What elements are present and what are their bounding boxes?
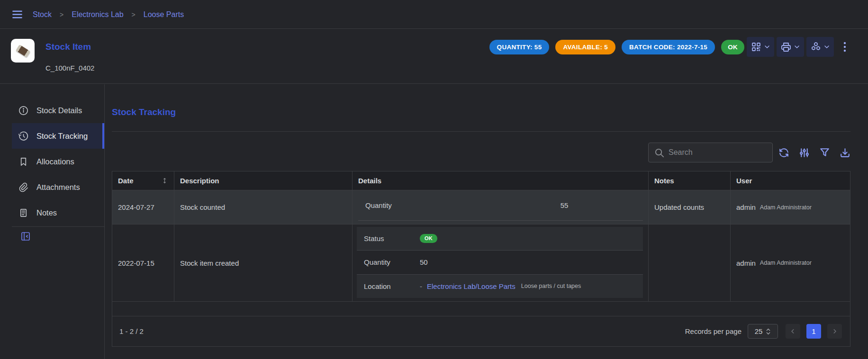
detail-value: 55: [548, 201, 581, 209]
table-empty-space: [112, 302, 850, 316]
cell-description: Stock item created: [174, 224, 353, 301]
table-row: 2022-07-15 Stock item created Status OK …: [112, 224, 850, 302]
chevron-left-icon: [789, 328, 796, 335]
chevron-down-icon: [793, 43, 801, 51]
notes-icon: [18, 207, 29, 218]
overflow-menu-button[interactable]: [841, 41, 849, 53]
pagination-next-button[interactable]: [827, 324, 842, 339]
column-header-description: Description: [174, 171, 353, 190]
breadcrumb-link-electronics-lab[interactable]: Electronics Lab: [72, 10, 123, 19]
panel-collapse-icon: [20, 231, 31, 242]
username: admin: [736, 203, 756, 211]
table-footer: 1 - 2 / 2 Records per page 25 1: [112, 316, 850, 346]
table-row: 2024-07-27 Stock counted Quantity 55 Upd…: [112, 190, 850, 224]
breadcrumb-separator: >: [60, 11, 63, 18]
column-header-date[interactable]: Date: [112, 171, 174, 190]
cell-notes: [649, 224, 731, 301]
cell-description: Stock counted: [174, 190, 353, 224]
username: admin: [736, 259, 756, 267]
cell-details: Quantity 55: [353, 190, 649, 224]
location-description: Loose parts / cut tapes: [521, 283, 581, 289]
sidebar-item-attachments[interactable]: Attachments: [12, 174, 104, 200]
stock-tracking-table: Date Description Details Notes User 2024…: [112, 171, 850, 347]
chevron-right-icon: [831, 328, 838, 335]
barcode-actions-button[interactable]: [747, 37, 774, 57]
detail-row-location: Location - Electronics Lab/Loose Parts L…: [357, 275, 643, 298]
capacitor-image: [16, 44, 30, 57]
column-header-user: User: [731, 171, 850, 190]
column-header-details: Details: [353, 171, 649, 190]
top-navigation-bar: Stock > Electronics Lab > Loose Parts: [0, 0, 868, 29]
pagination-page-1-button[interactable]: 1: [806, 324, 821, 339]
sidebar-item-allocations[interactable]: Allocations: [12, 149, 104, 174]
column-header-notes: Notes: [649, 171, 731, 190]
table-header-row: Date Description Details Notes User: [112, 171, 850, 190]
records-per-page-label: Records per page: [685, 327, 741, 335]
table-search: [648, 143, 773, 162]
pagination-previous-button[interactable]: [786, 324, 800, 339]
panel-heading: Stock Tracking: [112, 107, 176, 117]
stock-item-name: C_100nF_0402: [45, 64, 94, 72]
records-per-page-select[interactable]: 25: [748, 324, 778, 339]
filter-icon[interactable]: [819, 147, 831, 159]
breadcrumb-separator: >: [132, 11, 136, 18]
refresh-icon[interactable]: [778, 147, 790, 159]
cell-date: 2022-07-15: [112, 224, 174, 301]
page-title: Stock Item: [45, 42, 91, 52]
cell-user: admin Adam Administrator: [731, 190, 850, 224]
sidebar-item-label: Stock Details: [36, 106, 82, 115]
status-ok-badge: OK: [721, 40, 744, 54]
page-header: Stock Item C_100nF_0402 QUANTITY: 55 AVA…: [0, 29, 868, 84]
detail-value: 50: [420, 258, 428, 266]
stock-item-thumbnail[interactable]: [11, 39, 35, 63]
sort-icon: [161, 177, 168, 184]
location-link[interactable]: Electronics Lab/Loose Parts: [427, 282, 515, 290]
breadcrumb-link-loose-parts[interactable]: Loose Parts: [144, 10, 184, 19]
sidebar-item-label: Stock Tracking: [36, 132, 88, 141]
sidebar-item-notes[interactable]: Notes: [12, 200, 104, 225]
qr-code-icon: [750, 41, 762, 53]
paperclip-icon: [18, 182, 29, 193]
stock-boxes-icon: [810, 41, 822, 53]
dots-vertical-icon: [841, 41, 849, 53]
sidebar-item-stock-details[interactable]: Stock Details: [12, 98, 104, 123]
detail-row-status: Status OK: [357, 227, 643, 251]
table-toolbar: [778, 147, 851, 159]
sidebar-item-label: Attachments: [36, 183, 80, 192]
breadcrumb: Stock > Electronics Lab > Loose Parts: [33, 0, 184, 29]
sidebar-item-stock-tracking[interactable]: Stock Tracking: [12, 123, 104, 149]
detail-table: Status OK Quantity 50 Location - Electro…: [357, 227, 643, 298]
quantity-badge: QUANTITY: 55: [489, 40, 550, 54]
cell-notes: Updated counts: [649, 190, 731, 224]
chevron-down-icon: [823, 43, 831, 51]
sidebar-nav: Stock Details Stock Tracking Allocations…: [0, 98, 104, 225]
cell-date: 2024-07-27: [112, 190, 174, 224]
stock-actions-button[interactable]: [806, 37, 834, 57]
breadcrumb-link-stock[interactable]: Stock: [33, 10, 52, 19]
detail-row-quantity: Quantity 50: [357, 251, 643, 274]
user-fullname: Adam Administrator: [760, 260, 812, 266]
print-actions-button[interactable]: [777, 37, 804, 57]
download-icon[interactable]: [839, 147, 851, 159]
status-ok-chip: OK: [420, 234, 437, 243]
cell-user: admin Adam Administrator: [731, 224, 850, 301]
sidebar-item-label: Notes: [36, 208, 57, 217]
cell-details: Status OK Quantity 50 Location - Electro…: [353, 224, 649, 301]
heading-divider: [112, 131, 850, 132]
chevron-down-icon: [763, 43, 771, 51]
batch-code-badge: BATCH CODE: 2022-7-15: [622, 40, 715, 54]
detail-row-quantity: Quantity 55: [358, 190, 643, 221]
adjustments-icon[interactable]: [798, 147, 810, 159]
hamburger-menu-icon[interactable]: [11, 8, 24, 21]
bookmark-icon: [18, 156, 29, 167]
select-chevrons-icon: [766, 328, 771, 335]
printer-icon: [780, 41, 792, 53]
available-badge: AVAILABLE: 5: [555, 40, 615, 54]
history-icon: [18, 131, 29, 142]
sidebar-item-label: Allocations: [36, 157, 74, 166]
info-circle-icon: [18, 105, 29, 116]
sidebar-footer-divider: [12, 226, 104, 227]
user-fullname: Adam Administrator: [760, 204, 812, 211]
sidebar-collapse-button[interactable]: [20, 231, 31, 242]
search-input[interactable]: [649, 143, 772, 162]
